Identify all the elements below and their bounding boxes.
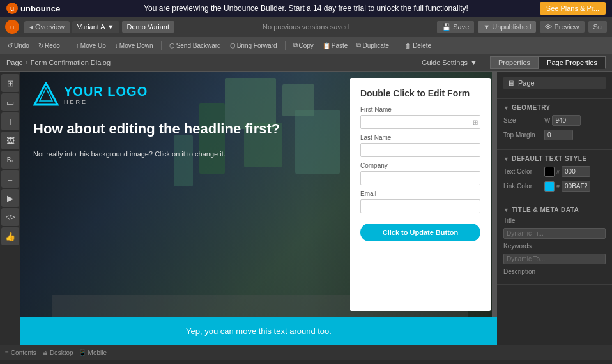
guide-settings-button[interactable]: Guide Settings ▼: [422, 59, 477, 66]
canvas-background[interactable]: YOUR LOGO HERE How about editing the hea…: [20, 72, 497, 345]
top-margin-input[interactable]: [544, 130, 573, 140]
variant-dropdown-icon: ▼: [107, 23, 114, 31]
link-color-swatch[interactable]: [544, 181, 555, 192]
title-meta-header[interactable]: ▼ TITLE & META DATA: [503, 206, 606, 213]
title-meta-chevron-icon: ▼: [503, 207, 509, 213]
send-backward-button[interactable]: ⬡ Send Backward: [167, 42, 224, 50]
contents-button[interactable]: ≡ Contents: [5, 349, 36, 356]
link-color-input[interactable]: [562, 181, 590, 192]
page-section[interactable]: YOUR LOGO HERE How about editing the hea…: [20, 72, 497, 317]
firstname-input-wrap: ⊞: [360, 115, 480, 129]
left-sidebar: ⊞ ▭ T 🖼 B₁ ≡ ▶ </> 👍: [0, 72, 20, 345]
keywords-label: Keywords: [503, 243, 542, 250]
sidebar-video-icon[interactable]: ▶: [1, 189, 19, 207]
link-color-row: Link Color #: [503, 181, 606, 192]
size-row: Size W: [503, 115, 606, 126]
geometry-title: GEOMETRY: [512, 104, 551, 111]
variant-a-tab[interactable]: Variant A ▼: [72, 21, 119, 33]
logo-area[interactable]: YOUR LOGO HERE: [33, 82, 331, 107]
eye-icon: 👁: [545, 23, 552, 31]
paste-button[interactable]: 📋 Paste: [320, 42, 351, 50]
title-meta-title: TITLE & META DATA: [512, 206, 579, 213]
canvas-content[interactable]: YOUR LOGO HERE How about editing the hea…: [20, 72, 497, 345]
email-label: Email: [360, 190, 480, 197]
headline-text[interactable]: How about editing the headline first?: [33, 120, 331, 139]
text-color-row: Text Color #: [503, 166, 606, 177]
sidebar-button-icon[interactable]: B₁: [1, 151, 19, 169]
email-input[interactable]: [360, 199, 480, 213]
form-panel[interactable]: Double Click to Edit Form First Name ⊞ L…: [350, 78, 491, 311]
text-color-input[interactable]: [562, 166, 590, 177]
undo-icon: ↺: [8, 42, 13, 49]
duplicate-button[interactable]: ⧉ Duplicate: [354, 41, 392, 50]
svg-marker-7: [34, 83, 57, 105]
firstname-input[interactable]: [360, 115, 480, 129]
lastname-input[interactable]: [360, 143, 480, 157]
form-submit-button[interactable]: Click to Update Button: [360, 224, 480, 241]
toolbar: ↺ Undo ↻ Redo ↑ Move Up ↓ Move Down ⬡ Se…: [0, 37, 612, 54]
breadcrumb-dialog[interactable]: Form Confirmation Dialog: [31, 59, 111, 66]
logo-main-text: YOUR LOGO: [64, 84, 148, 99]
redo-button[interactable]: ↻ Redo: [36, 42, 63, 50]
geometry-header[interactable]: ▼ GEOMETRY: [503, 104, 606, 111]
sidebar-page-icon[interactable]: ⊞: [1, 74, 19, 92]
form-title[interactable]: Double Click to Edit Form: [360, 88, 480, 98]
su-button[interactable]: Su: [588, 21, 607, 33]
breadcrumb-bar: Page › Form Confirmation Dialog Guide Se…: [0, 54, 612, 72]
preview-button[interactable]: 👁 Preview: [540, 21, 584, 33]
desktop-icon: 🖥: [42, 349, 48, 356]
title-field-input[interactable]: [503, 228, 606, 239]
bottom-bar[interactable]: Yep, you can move this text around too.: [20, 317, 497, 345]
text-style-chevron-icon: ▼: [503, 156, 509, 162]
sidebar-section-icon[interactable]: ▭: [1, 93, 19, 111]
lastname-label: Last Name: [360, 134, 480, 141]
bottom-bar-text: Yep, you can move this text around too.: [186, 326, 332, 336]
save-button[interactable]: 💾 Save: [437, 21, 474, 33]
arrow-down-icon: ↓: [115, 42, 118, 49]
sidebar-code-icon[interactable]: </>: [1, 208, 19, 226]
tab-properties[interactable]: Properties: [490, 56, 539, 69]
unpublished-button[interactable]: ▼ Unpublished: [478, 21, 536, 33]
logo-icon: u: [6, 3, 18, 14]
sidebar-image-icon[interactable]: 🖼: [1, 132, 19, 149]
arrow-up-icon: ↑: [76, 42, 79, 49]
right-panel: 🖥 Page ▼ GEOMETRY Size W Top Margin: [497, 72, 612, 345]
body-text[interactable]: Not really into this background image? C…: [33, 149, 331, 160]
text-color-swatch[interactable]: [544, 167, 555, 177]
text-style-header[interactable]: ▼ DEFAULT TEXT STYLE: [503, 155, 606, 162]
delete-button[interactable]: 🗑 Delete: [402, 42, 434, 50]
top-banner: u unbounce You are previewing the Unboun…: [0, 0, 612, 17]
link-color-group: #: [544, 181, 590, 192]
tab-page-properties[interactable]: Page Properties: [539, 56, 606, 69]
title-row: Title: [503, 217, 606, 224]
sidebar-social-icon[interactable]: 👍: [1, 227, 19, 245]
move-up-button[interactable]: ↑ Move Up: [73, 42, 109, 50]
trial-cta-button[interactable]: See Plans & Pr...: [540, 2, 606, 15]
sidebar-list-icon[interactable]: ≡: [1, 170, 19, 188]
send-backward-icon: ⬡: [169, 42, 175, 49]
undo-button[interactable]: ↺ Undo: [5, 42, 32, 50]
firstname-label: First Name: [360, 106, 480, 113]
copy-button[interactable]: ⧉ Copy: [291, 41, 316, 50]
mobile-button[interactable]: 📱 Mobile: [79, 349, 107, 356]
form-field-firstname: First Name ⊞: [360, 106, 480, 129]
overview-tab[interactable]: ◂ Overview: [24, 21, 70, 33]
logo-triangle-icon: [33, 82, 59, 107]
sidebar-text-icon[interactable]: T: [1, 112, 19, 130]
size-width-input[interactable]: [552, 115, 581, 126]
link-color-label: Link Color: [503, 183, 542, 190]
text-style-title: DEFAULT TEXT STYLE: [512, 155, 587, 162]
breadcrumb-page[interactable]: Page: [6, 59, 23, 66]
nav-logo-icon: u: [5, 20, 19, 34]
paste-icon: 📋: [323, 42, 330, 49]
move-down-button[interactable]: ↓ Move Down: [112, 42, 156, 50]
contents-icon: ≡: [5, 349, 9, 356]
left-content: YOUR LOGO HERE How about editing the hea…: [20, 72, 344, 317]
canvas-scrollbar[interactable]: [492, 72, 497, 317]
bring-forward-button[interactable]: ⬡ Bring Forward: [227, 42, 280, 50]
firstname-icon: ⊞: [473, 119, 478, 126]
desktop-button[interactable]: 🖥 Desktop: [42, 349, 73, 356]
company-input[interactable]: [360, 171, 480, 185]
keywords-input[interactable]: [503, 254, 606, 264]
redo-icon: ↻: [38, 42, 43, 49]
